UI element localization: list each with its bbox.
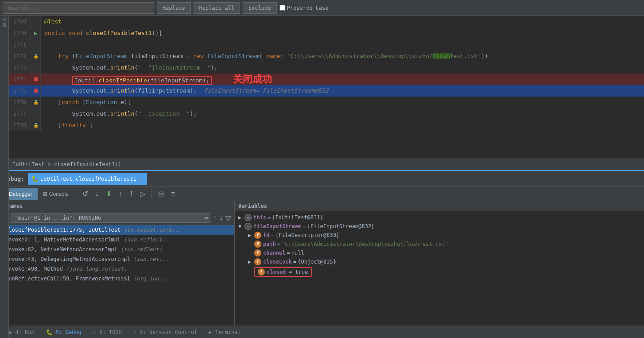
var-item-closeLock[interactable]: ▶ f closeLock = {Object@835} bbox=[235, 257, 644, 266]
console-tab[interactable]: ⊞ Console bbox=[39, 190, 72, 198]
breadcrumb: IoUtilTest > closeIfPosibleTest1() bbox=[12, 161, 121, 167]
line-number-1778: 1778 bbox=[9, 120, 31, 131]
frame-method-5: runReflectiveCall:59, FrameworkMethod$1 bbox=[5, 276, 130, 282]
var-value-path: "C:\Users\Administrator\Desktop\xuzhu\fl… bbox=[282, 241, 448, 247]
var-item-fd[interactable]: ▶ f fd = {FileDescriptor@833} bbox=[235, 231, 644, 240]
code-line-1771: 1771 bbox=[9, 39, 644, 51]
var-name-path: path bbox=[263, 241, 276, 247]
var-item-fileInputStream[interactable]: ▼ = fileInputStream = {FileInputStream@8… bbox=[235, 222, 644, 231]
var-item-this[interactable]: ▶ = this = {IoUtilTest@831} bbox=[235, 213, 644, 222]
gutter-1778: 🔒 bbox=[31, 120, 41, 131]
preserve-case-checkbox[interactable] bbox=[279, 5, 285, 11]
frame-item-2[interactable]: invoke:62, NativeMethodAccessorImpl (sun… bbox=[0, 245, 234, 254]
debug-tab-close-button[interactable]: ✕ bbox=[136, 175, 144, 183]
thread-up-button[interactable]: ↑ bbox=[213, 214, 217, 222]
var-value-this: {IoUtilTest@831} bbox=[272, 214, 323, 221]
frames-panel: Frames ✓ "main"@1 in ...in": RUNNING ↑ ↓… bbox=[0, 201, 235, 338]
replace-button[interactable]: Replace bbox=[157, 2, 191, 14]
bug-icon: 🐛 bbox=[31, 175, 39, 182]
var-expand-fd[interactable]: ▶ bbox=[248, 232, 254, 238]
step-out-button[interactable]: ↑ bbox=[116, 189, 125, 199]
var-value-closed: true bbox=[295, 269, 308, 275]
debug-toolbar: Debugger ⊞ Console ↺ ↓ ⬇ ↑ ⤴ ▷ ⊞ ≡ bbox=[0, 187, 644, 201]
threads-view-button[interactable]: ≡ bbox=[168, 189, 178, 199]
thread-filter-button[interactable]: ▽ bbox=[225, 214, 231, 222]
var-item-channel[interactable]: f channel = null bbox=[235, 249, 644, 257]
var-value-channel: null bbox=[291, 250, 304, 256]
frame-item-4[interactable]: invoke:498, Method (java.lang.reflect) bbox=[0, 264, 234, 274]
gutter-1777 bbox=[31, 108, 41, 120]
tab-todo[interactable]: ✓ 6: TODO bbox=[88, 327, 127, 338]
frame-method-2: invoke:62, NativeMethodAccessorImpl bbox=[5, 246, 117, 253]
thread-dropdown[interactable]: "main"@1 in ...in": RUNNING bbox=[10, 213, 210, 223]
var-expand-closeLock[interactable]: ▶ bbox=[248, 259, 254, 265]
restore-layout-button[interactable]: ↺ bbox=[80, 189, 91, 199]
var-icon-closed: f bbox=[258, 268, 265, 276]
bottom-tabs-bar: ▶ 4: Run 🐛 5: Debug ✓ 6: TODO ↑ 9: Versi… bbox=[0, 326, 644, 338]
frame-class-1: (sun.reflect... bbox=[124, 237, 171, 243]
chinese-annotation: 关闭成功 bbox=[233, 74, 272, 85]
line-number-1775: 1775 bbox=[9, 85, 31, 97]
var-name-closed: closed bbox=[267, 269, 286, 275]
debug-panel: Debug: 🐛 IoUtilTest.closeIfPosibleTest1 … bbox=[0, 170, 644, 338]
frame-class-2: (sun.reflect) bbox=[120, 246, 162, 253]
line-content-1769: @Test bbox=[41, 16, 644, 27]
tab-version-control[interactable]: ↑ 9: Version Control bbox=[128, 327, 203, 338]
replace-all-button[interactable]: Replace all bbox=[194, 2, 240, 14]
code-line-1777: 1777 System.out.println("--exception--")… bbox=[9, 108, 644, 120]
gutter-1772: 🔒 bbox=[31, 51, 41, 62]
frames-list: closeIfPosibleTest1:1775, IoUtilTest (cn… bbox=[0, 225, 234, 338]
line-number-1776: 1776 bbox=[9, 97, 31, 108]
var-name-closeLock: closeLock bbox=[263, 259, 292, 265]
preserve-case-label: Preserve Case bbox=[279, 5, 329, 11]
var-icon-closeLock: f bbox=[254, 258, 261, 265]
var-icon-fileInputStream: = bbox=[244, 223, 252, 230]
var-expand-fileInputStream[interactable]: ▼ bbox=[238, 223, 244, 229]
var-icon-this: = bbox=[244, 214, 252, 221]
frames-view-button[interactable]: ⊞ bbox=[155, 189, 167, 199]
code-editor: 1769 @Test 1770 ▶ public void closeIfPos… bbox=[9, 16, 644, 162]
gutter-1776: 🔒 bbox=[31, 97, 41, 108]
sidebar-label-mns: mns bbox=[2, 18, 7, 27]
frame-method-1: invoke0:-1, NativeMethodAccessorImpl bbox=[5, 237, 120, 243]
var-item-closed[interactable]: f closed = true bbox=[235, 266, 644, 278]
code-line-1769: 1769 @Test bbox=[9, 16, 644, 27]
closed-highlight-box: f closed = true bbox=[254, 267, 312, 277]
tab-run[interactable]: ▶ 4: Run bbox=[4, 327, 40, 338]
exclude-button[interactable]: Exclude bbox=[243, 2, 277, 14]
run-to-cursor-button[interactable]: ⤴ bbox=[127, 189, 136, 199]
left-sidebar-top: mns bbox=[0, 16, 9, 338]
tab-terminal[interactable]: ▶ Terminal bbox=[203, 327, 246, 338]
line-number-1777: 1777 bbox=[9, 108, 31, 120]
line-number-1774: 1774 bbox=[9, 74, 31, 85]
gutter-1769 bbox=[31, 16, 41, 27]
var-item-path[interactable]: f path = "C:\Users\Administrator\Desktop… bbox=[235, 240, 644, 249]
gutter-1774 bbox=[31, 74, 41, 85]
frame-class-3: (sun.ret... bbox=[133, 256, 168, 262]
bookmark-icon-1776: 🔒 bbox=[33, 97, 39, 108]
frame-item-0[interactable]: closeIfPosibleTest1:1775, IoUtilTest (cn… bbox=[0, 225, 234, 235]
var-name-fileInputStream: fileInputStream bbox=[253, 223, 301, 229]
var-expand-this[interactable]: ▶ bbox=[238, 214, 244, 221]
line-content-1776: }catch (Exception e){ bbox=[41, 97, 644, 108]
frame-item-1[interactable]: invoke0:-1, NativeMethodAccessorImpl (su… bbox=[0, 235, 234, 245]
variables-list: ▶ = this = {IoUtilTest@831} ▼ = fileInpu… bbox=[235, 211, 644, 338]
search-input[interactable] bbox=[4, 2, 154, 14]
thread-down-button[interactable]: ↓ bbox=[219, 214, 223, 222]
frame-item-3[interactable]: invoke:43, DelegatingMethodAccessorImpl … bbox=[0, 254, 234, 264]
step-into-button[interactable]: ⬇ bbox=[103, 189, 114, 199]
frame-item-5[interactable]: runReflectiveCall:59, FrameworkMethod$1 … bbox=[0, 274, 234, 284]
debug-active-tab[interactable]: 🐛 IoUtilTest.closeIfPosibleTest1 ✕ bbox=[28, 173, 147, 185]
line-number-1770: 1770 bbox=[9, 27, 31, 39]
debug-header: Debug: 🐛 IoUtilTest.closeIfPosibleTest1 … bbox=[0, 171, 644, 187]
frame-class-0: (cn.hutool.core... bbox=[124, 227, 181, 233]
evaluate-button[interactable]: ▷ bbox=[137, 189, 148, 199]
frames-header: Frames bbox=[0, 201, 234, 211]
breakpoint-icon-1775 bbox=[34, 89, 38, 93]
frame-class-4: (java.lang.reflect) bbox=[66, 266, 127, 272]
line-content-1771 bbox=[41, 39, 644, 51]
step-over-button[interactable]: ↓ bbox=[93, 189, 101, 199]
line-number-1771: 1771 bbox=[9, 39, 31, 51]
tab-debug[interactable]: 🐛 5: Debug bbox=[41, 327, 87, 338]
gutter-1773 bbox=[31, 62, 41, 74]
